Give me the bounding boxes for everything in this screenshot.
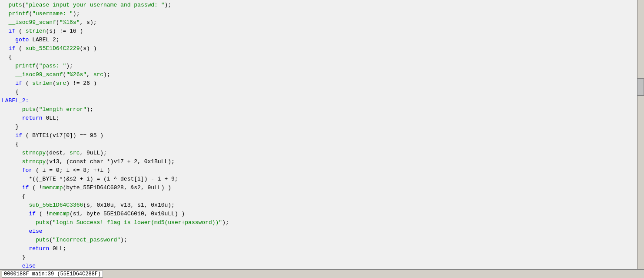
code-token [2,44,9,53]
code-token: if [9,27,16,36]
code-token: ); [120,236,127,245]
code-line: if ( BYTE1(v17[0]) == 95 ) [0,131,644,140]
code-token: printf [9,10,29,18]
code-line: printf("username: "); [0,10,644,18]
code-token: goto [15,36,29,44]
code-token: strlen [26,27,46,36]
code-token [2,79,15,88]
code-token: __isoc99_scanf [9,18,56,27]
code-token [2,105,22,114]
code-token: ); [66,62,73,70]
code-token [2,1,9,10]
code-token [2,149,22,157]
code-token [2,131,15,140]
code-token: ); [165,1,172,10]
code-token: strlen [32,79,53,88]
code-token: v17 [53,131,63,140]
code-token: } [2,123,19,131]
code-line: strncpy(dest, src, 9uLL); [0,149,644,157]
code-token: ); [86,105,93,114]
code-token: if [9,44,16,53]
code-token: ); [90,18,97,27]
status-bar: 0000188F main:39 (55E1D64C288F) [0,269,644,278]
code-token: { [2,192,26,201]
code-token: src [70,149,80,157]
code-token [2,166,22,175]
code-token: ( [29,10,32,18]
code-token: (s) ) [80,44,96,53]
code-token: { [2,140,19,149]
code-token: 0LL; [49,245,66,253]
code-token [2,262,22,269]
code-line: { [0,140,644,149]
code-token: memcmp [43,184,63,192]
code-token: src [56,79,66,88]
code-token: "%16s" [60,18,80,27]
code-line: sub_55E1D64C3366(s, 0x10u, v13, s1, 0x10… [0,201,644,210]
code-token: ); [222,218,229,227]
code-token: ( BYTE1( [22,131,53,140]
code-token [2,218,36,227]
code-line: if ( sub_55E1D64C2229(s) ) [0,44,644,53]
code-token [2,184,22,192]
code-line: { [0,53,644,62]
code-token [2,236,36,245]
code-token: ( [36,105,39,114]
code-token: strncpy [22,149,46,157]
code-token: ( [63,70,66,79]
code-token: [0]) == 95 ) [63,131,103,140]
code-line: puts("length error"); [0,105,644,114]
code-lines: puts("please input your username and pas… [0,1,644,269]
code-token: ( [56,18,60,27]
code-token: ( [15,27,25,36]
code-token: ( i = 0; i <= 8; ++i ) [32,166,110,175]
code-line: { [0,88,644,97]
code-token: s [86,18,90,27]
code-line: return 0LL; [0,245,644,253]
code-view: puts("please input your username and pas… [0,0,644,269]
vertical-scrollbar[interactable] [637,0,644,269]
code-line: strncpy(v13, (const char *)v17 + 2, 0x1B… [0,157,644,166]
code-token: ( [22,79,32,88]
code-token: "length error" [39,105,86,114]
code-token: "username: " [32,10,73,18]
status-text: 0000188F main:39 (55E1D64C288F) [2,271,103,278]
code-token: ); [73,10,80,18]
code-token: puts [36,218,49,227]
code-line: __isoc99_scanf("%26s", src); [0,70,644,79]
code-token: ( [49,218,53,227]
code-token: printf [15,62,36,70]
code-line: if ( strlen(s) != 16 ) [0,27,644,36]
code-token: for [22,166,32,175]
code-token: "pass: " [39,62,66,70]
code-token: LABEL_2; [29,36,59,44]
code-line: } [0,253,644,262]
code-line: puts("please input your username and pas… [0,1,644,10]
code-token: ( [15,44,25,53]
code-token: "login Success! flag is lower(md5(user+p… [53,218,222,227]
code-token [2,10,9,18]
code-token: if [15,79,22,88]
code-token [2,27,9,36]
code-token: ( [53,79,56,88]
code-token [2,62,15,70]
code-line: *((_BYTE *)&s2 + i) = (i ^ dest[i]) - i … [0,175,644,184]
code-token: LABEL_2: [2,97,29,105]
code-token: *((_BYTE *)&s2 + i) = (i ^ dest[i]) - i … [2,175,178,184]
code-token: , [86,70,93,79]
code-line: LABEL_2: [0,97,644,105]
code-token: __isoc99_scanf [15,70,63,79]
code-token [2,245,29,253]
code-token: (v13, (const char *)v17 + 2, 0x1BuLL); [46,157,174,166]
code-token: if [29,210,36,218]
code-line: __isoc99_scanf("%16s", s); [0,18,644,27]
code-token: ( ! [36,210,49,218]
code-token: sub_55E1D64C2229 [26,44,80,53]
code-token: ( [49,236,53,245]
scrollbar-thumb[interactable] [637,78,644,96]
code-token: puts [22,105,36,114]
code-token: return [29,245,49,253]
code-token: (s, 0x10u, v13, s1, 0x10u); [83,201,175,210]
code-token [2,201,29,210]
code-token: strncpy [22,157,46,166]
